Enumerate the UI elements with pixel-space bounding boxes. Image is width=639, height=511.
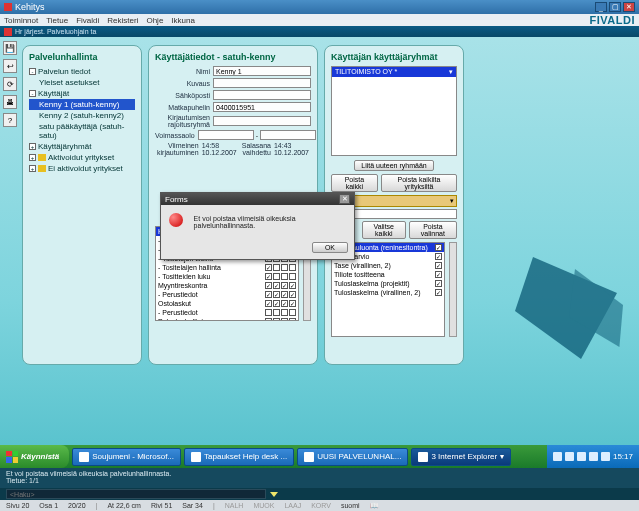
permission-row[interactable]: - Perustiedot: [156, 290, 298, 299]
btn-remove-all[interactable]: Poista kaikki: [331, 174, 378, 192]
permission-checkbox[interactable]: [289, 318, 296, 321]
permission-row[interactable]: Palvelunhallinta: [156, 317, 298, 321]
report-checkbox[interactable]: [435, 280, 442, 287]
tray-icon[interactable]: [553, 452, 562, 461]
permission-row[interactable]: Ostolaskut: [156, 299, 298, 308]
btn-add-to-group[interactable]: Liitä uuteen ryhmään: [354, 160, 433, 171]
report-row[interactable]: Tase (virallinen, 2): [332, 261, 444, 270]
tool-print-icon[interactable]: 🖶: [3, 95, 17, 109]
group-listbox[interactable]: TILITOIMISTO OY *▾: [331, 66, 457, 156]
dialog-titlebar[interactable]: Forms ✕: [161, 193, 354, 205]
taskbar-task[interactable]: Tapaukset Help desk ...: [184, 448, 294, 466]
permission-checkbox[interactable]: [281, 291, 288, 298]
permission-checkbox[interactable]: [265, 291, 272, 298]
start-button[interactable]: Käynnistä: [0, 445, 69, 468]
btn-clear-selection[interactable]: Poista valinnat: [409, 221, 457, 239]
expand-icon[interactable]: +: [29, 143, 36, 150]
menu-toiminnot[interactable]: Toiminnot: [4, 16, 38, 25]
permission-checkbox[interactable]: [273, 300, 280, 307]
permission-checkbox[interactable]: [273, 309, 280, 316]
permission-checkbox[interactable]: [273, 273, 280, 280]
close-button[interactable]: ✕: [623, 2, 635, 12]
scrollbar-right[interactable]: [449, 242, 457, 337]
report-row[interactable]: Tuloslaskelma (virallinen, 2): [332, 288, 444, 297]
permission-row[interactable]: Myyntireskontra: [156, 281, 298, 290]
permission-checkbox[interactable]: [289, 273, 296, 280]
input-matka[interactable]: [213, 102, 311, 112]
tree-node[interactable]: Kenny 2 (satuh-kenny2): [29, 110, 135, 121]
permission-checkbox[interactable]: [281, 309, 288, 316]
menu-tietue[interactable]: Tietue: [46, 16, 68, 25]
permission-checkbox[interactable]: [265, 318, 272, 321]
permission-checkbox[interactable]: [273, 282, 280, 289]
menu-ohje[interactable]: Ohje: [146, 16, 163, 25]
tray-icon[interactable]: [565, 452, 574, 461]
permission-checkbox[interactable]: [281, 318, 288, 321]
input-nimi[interactable]: [213, 66, 311, 76]
report-checkbox[interactable]: [435, 253, 442, 260]
dialog-ok-button[interactable]: OK: [312, 242, 348, 253]
dialog-close-icon[interactable]: ✕: [339, 194, 350, 204]
menu-ikkuna[interactable]: Ikkuna: [171, 16, 195, 25]
permission-checkbox[interactable]: [289, 282, 296, 289]
tray-icon[interactable]: [577, 452, 586, 461]
permission-checkbox[interactable]: [273, 291, 280, 298]
tree-node[interactable]: +Käyttäjäryhmät: [29, 141, 135, 152]
permission-checkbox[interactable]: [265, 300, 272, 307]
tree-node[interactable]: +Ei aktivoidut yritykset: [29, 163, 135, 174]
input-kuvaus[interactable]: [213, 78, 311, 88]
permission-checkbox[interactable]: [265, 282, 272, 289]
tool-save-icon[interactable]: 💾: [3, 41, 17, 55]
report-checkbox[interactable]: [435, 271, 442, 278]
report-row[interactable]: Tiliote tositteena: [332, 270, 444, 279]
tree-node[interactable]: +Aktivoidut yritykset: [29, 152, 135, 163]
tree-node[interactable]: Kenny 1 (satuh-kenny): [29, 99, 135, 110]
permission-row[interactable]: - Tositteiden luku: [156, 272, 298, 281]
permission-checkbox[interactable]: [281, 282, 288, 289]
permission-checkbox[interactable]: [265, 264, 272, 271]
report-checkbox[interactable]: [435, 262, 442, 269]
permission-checkbox[interactable]: [289, 264, 296, 271]
dropdown-icon[interactable]: ▾: [449, 68, 453, 76]
tree-node[interactable]: Yleiset asetukset: [29, 77, 135, 88]
taskbar-task[interactable]: 3 Internet Explorer ▾: [411, 448, 511, 466]
menu-fivaldi[interactable]: Fivaldi: [76, 16, 99, 25]
tree-node[interactable]: -Palvelun tiedot: [29, 66, 135, 77]
report-checkbox[interactable]: [435, 244, 442, 251]
input-voim-to[interactable]: [260, 130, 316, 140]
tray-icon[interactable]: [601, 452, 610, 461]
tool-exit-icon[interactable]: ↩: [3, 59, 17, 73]
tool-help-icon[interactable]: ?: [3, 113, 17, 127]
permission-checkbox[interactable]: [289, 309, 296, 316]
input-kirj[interactable]: [213, 116, 311, 126]
search-dropdown-icon[interactable]: [270, 492, 278, 497]
input-sposti[interactable]: [213, 90, 311, 100]
expand-icon[interactable]: -: [29, 68, 36, 75]
taskbar-task[interactable]: Soujumeni - Microsof...: [72, 448, 181, 466]
btn-select-all[interactable]: Valitse kaikki: [362, 221, 406, 239]
expand-icon[interactable]: +: [29, 154, 36, 161]
permission-row[interactable]: - Tositelaijen hallinta: [156, 263, 298, 272]
report-row[interactable]: Tuloslaskelma (projektit): [332, 279, 444, 288]
permission-checkbox[interactable]: [281, 300, 288, 307]
report-checkbox[interactable]: [435, 289, 442, 296]
maximize-button[interactable]: ▢: [609, 2, 621, 12]
permission-checkbox[interactable]: [273, 318, 280, 321]
permission-row[interactable]: - Perustiedot: [156, 308, 298, 317]
taskbar-task[interactable]: UUSI PALVELUNHAL...: [297, 448, 408, 466]
tree-node[interactable]: satu pääkäyttäjä (satuh-satu): [29, 121, 135, 141]
permission-checkbox[interactable]: [265, 309, 272, 316]
permission-checkbox[interactable]: [273, 264, 280, 271]
permission-checkbox[interactable]: [289, 291, 296, 298]
expand-icon[interactable]: +: [29, 165, 36, 172]
permission-checkbox[interactable]: [265, 273, 272, 280]
permission-checkbox[interactable]: [289, 300, 296, 307]
menu-rekisteri[interactable]: Rekisteri: [107, 16, 138, 25]
permission-checkbox[interactable]: [281, 273, 288, 280]
permission-checkbox[interactable]: [281, 264, 288, 271]
input-voim-from[interactable]: [198, 130, 254, 140]
minimize-button[interactable]: _: [595, 2, 607, 12]
search-input[interactable]: [6, 489, 266, 499]
btn-remove-all-companies[interactable]: Poista kaikilta yrityksiltä: [381, 174, 457, 192]
expand-icon[interactable]: -: [29, 90, 36, 97]
